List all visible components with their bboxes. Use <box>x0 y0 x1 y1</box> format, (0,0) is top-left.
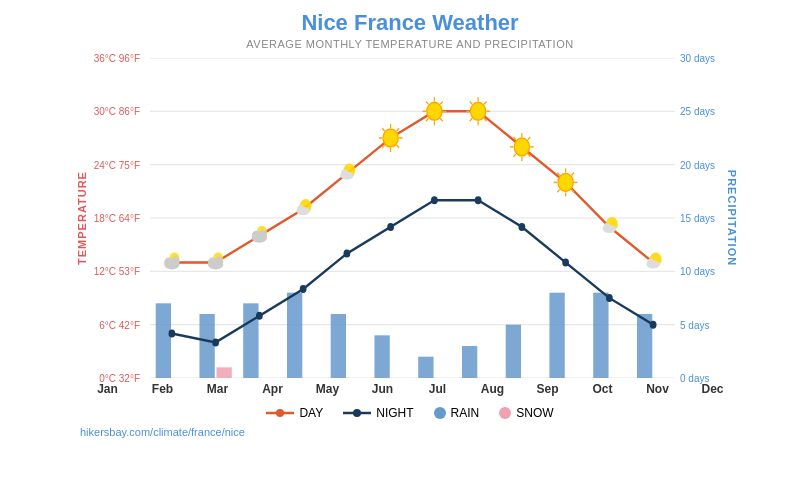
legend-rain-dot-icon <box>434 407 446 419</box>
rain-bar-Sep <box>506 325 521 378</box>
svg-point-77 <box>276 409 284 417</box>
legend-night: NIGHT <box>343 406 413 420</box>
cloud-icon-Jan <box>164 252 179 269</box>
rain-bar-Aug <box>462 346 477 378</box>
svg-point-34 <box>427 102 442 120</box>
chart-subtitle: AVERAGE MONTHLY TEMPERATURE AND PRECIPIT… <box>80 38 740 50</box>
partly-cloudy-icon-Dec <box>646 252 661 268</box>
rain-bar-Apr <box>287 293 302 378</box>
svg-line-65 <box>557 190 559 193</box>
legend-snow-dot-icon <box>499 407 511 419</box>
left-axis-tick: 36°C 96°F <box>94 53 140 64</box>
left-axis-tick: 6°C 42°F <box>99 319 140 330</box>
svg-point-25 <box>383 129 398 147</box>
chart-legend: DAY NIGHT RAIN SNOW <box>80 406 740 420</box>
svg-point-72 <box>603 223 610 231</box>
right-axis-tick: 20 days <box>680 159 715 170</box>
night-dot-Mar <box>256 312 263 320</box>
legend-snow-label: SNOW <box>516 406 553 420</box>
svg-line-33 <box>397 128 399 131</box>
sun-icon-Jun <box>379 124 403 152</box>
rain-bar-Oct <box>549 293 564 378</box>
legend-day-line-icon <box>266 408 294 418</box>
legend-rain-label: RAIN <box>451 406 480 420</box>
svg-line-27 <box>397 145 399 148</box>
rain-bar-Jan <box>156 303 171 378</box>
svg-point-43 <box>471 102 486 120</box>
night-dot-Jul <box>431 196 438 204</box>
left-axis-tick: 24°C 75°F <box>94 159 140 170</box>
svg-point-24 <box>341 170 348 178</box>
left-axis-tick: 30°C 86°F <box>94 106 140 117</box>
right-axis-tick: 0 days <box>680 373 709 384</box>
svg-point-10 <box>171 256 179 266</box>
svg-point-18 <box>259 230 267 240</box>
left-axis-label: TEMPERATURE <box>76 171 88 265</box>
legend-night-label: NIGHT <box>376 406 413 420</box>
rain-bar-May <box>331 314 346 378</box>
right-axis-tick: 5 days <box>680 319 709 330</box>
legend-day: DAY <box>266 406 323 420</box>
night-dot-Nov <box>606 294 613 302</box>
cloud-icon-Mar <box>252 226 267 243</box>
rain-bar-Jun <box>374 335 389 378</box>
day-temp-line <box>172 111 653 262</box>
svg-point-61 <box>558 173 573 191</box>
partly-cloudy-icon-Nov <box>603 217 618 233</box>
month-label-Jul: Jul <box>410 382 465 396</box>
right-axis-tick: 10 days <box>680 266 715 277</box>
night-dot-Jun <box>387 223 394 231</box>
month-label-Jun: Jun <box>355 382 410 396</box>
svg-line-60 <box>528 137 530 140</box>
rain-bar-Feb <box>199 314 214 378</box>
left-axis: 36°C 96°F30°C 86°F24°C 75°F18°C 64°F12°C… <box>80 58 150 378</box>
svg-line-38 <box>426 118 428 121</box>
month-label-Dec: Dec <box>685 382 740 396</box>
svg-line-56 <box>513 154 515 157</box>
sun-icon-Sep <box>510 133 534 161</box>
svg-line-40 <box>426 101 428 104</box>
svg-point-79 <box>353 409 361 417</box>
month-label-May: May <box>300 382 355 396</box>
rain-bar-Jul <box>418 357 433 378</box>
night-dot-Jan <box>168 330 175 338</box>
svg-line-36 <box>440 118 442 121</box>
month-label-Sep: Sep <box>520 382 575 396</box>
month-label-Nov: Nov <box>630 382 685 396</box>
right-axis-tick: 30 days <box>680 53 715 64</box>
right-axis-tick: 15 days <box>680 213 715 224</box>
svg-line-42 <box>440 101 442 104</box>
night-dot-May <box>343 250 350 258</box>
right-axis-tick: 25 days <box>680 106 715 117</box>
left-axis-tick: 18°C 64°F <box>94 213 140 224</box>
night-dot-Aug <box>475 196 482 204</box>
rain-bar-Nov <box>593 293 608 378</box>
snow-bar-Feb <box>216 367 231 378</box>
month-label-Oct: Oct <box>575 382 630 396</box>
right-axis-label: PRECIPITATION <box>726 170 738 266</box>
legend-day-label: DAY <box>299 406 323 420</box>
svg-line-51 <box>484 101 486 104</box>
svg-point-75 <box>647 258 654 266</box>
legend-night-line-icon <box>343 408 371 418</box>
night-dot-Sep <box>518 223 525 231</box>
cloud-icon-Feb <box>208 252 223 269</box>
main-chart-svg <box>150 58 675 378</box>
partly-cloudy-icon-May <box>340 164 355 180</box>
svg-line-31 <box>382 128 384 131</box>
chart-title: Nice France Weather <box>80 10 740 36</box>
chart-container: Nice France Weather AVERAGE MONTHLY TEMP… <box>0 0 800 500</box>
month-label-Jan: Jan <box>80 382 135 396</box>
sun-icon-Oct <box>554 168 578 196</box>
month-label-Mar: Mar <box>190 382 245 396</box>
month-label-Feb: Feb <box>135 382 190 396</box>
svg-line-69 <box>572 173 574 176</box>
footer-url: hikersbay.com/climate/france/nice <box>80 426 740 438</box>
month-label-Aug: Aug <box>465 382 520 396</box>
svg-point-52 <box>514 138 529 156</box>
night-dot-Oct <box>562 258 569 266</box>
month-labels: JanFebMarAprMayJunJulAugSepOctNovDec <box>80 382 740 396</box>
svg-point-21 <box>297 205 304 213</box>
left-axis-tick: 0°C 32°F <box>99 373 140 384</box>
legend-rain: RAIN <box>434 406 480 420</box>
